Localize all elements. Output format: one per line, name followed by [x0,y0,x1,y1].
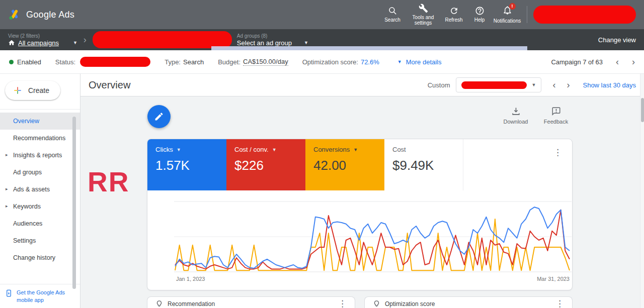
wrench-icon [419,4,428,13]
metric-card-conversions[interactable]: Conversions▼ 42.00 [305,139,384,190]
sidebar-item-overview[interactable]: Overview [0,113,80,130]
sidebar-item-change-history[interactable]: Change history [0,249,80,266]
type-field: Type: Search [165,58,204,66]
mobile-phone-icon [5,289,13,297]
redaction-campaign-name[interactable] [93,31,232,48]
search-icon [388,6,397,16]
download-button[interactable]: Download [501,107,531,125]
sidebar-item-settings[interactable]: Settings [0,232,80,249]
metric-value: $9.49K [392,158,455,173]
chevron-down-icon: ▼ [397,59,402,64]
metric-label: Clicks [155,146,173,153]
metric-card-cost-per-conv[interactable]: Cost / conv.▼ $226 [226,139,305,190]
metric-label: Conversions [313,146,350,153]
google-ads-logo-icon [8,8,21,21]
metric-card-clicks[interactable]: Clicks▼ 1.57K [147,139,226,190]
sidebar-item-label: Audiences [13,220,42,227]
chevron-down-icon: ▼ [73,40,77,45]
top-app-bar: Google Ads Search Tools and settings Ref… [0,0,644,29]
more-details-button[interactable]: ▼ More details [397,58,442,66]
metric-cards-row: Clicks▼ 1.57K Cost / conv.▼ $226 Convers… [147,139,572,190]
budget-value[interactable]: CA$150.00/day [243,58,288,66]
sidebar-item-recommendations[interactable]: Recommendations [0,130,80,147]
view-filters-label: View (2 filters) [8,33,77,39]
redaction-shadow-strip [211,46,527,50]
metric-label: Cost / conv. [234,146,269,153]
sidebar-item-label: Insights & reports [13,152,62,159]
optimization-score-field: Optimization score: 72.6% [302,58,379,66]
expand-arrow-icon: ▸ [6,186,8,191]
refresh-button[interactable]: Refresh [439,6,468,23]
card-overflow-menu-button[interactable]: ⋮ [553,148,562,157]
sidebar-scrollbar[interactable] [72,117,76,289]
feedback-button[interactable]: Feedback [541,107,571,125]
home-icon [8,39,15,46]
x-axis-end-label: Mar 31, 2023 [537,276,570,282]
page-scrollbar-thumb[interactable] [641,98,644,122]
status-label: Status: [55,58,75,66]
metric-value: 42.00 [313,158,376,173]
trend-line-chart: Jan 1, 2023 Mar 31, 2023 [174,197,572,284]
expand-arrow-icon: ▸ [6,203,8,209]
card-overflow-menu-button[interactable]: ⋮ [555,299,564,308]
optimization-score-value: 72.6% [361,58,379,66]
status-field: Status: [55,57,150,67]
show-last-30-days-link[interactable]: Show last 30 days [583,81,636,89]
create-button[interactable]: Create [5,81,60,100]
change-view-button[interactable]: Change view [598,36,636,44]
search-button[interactable]: Search [378,6,407,23]
previous-date-range-button[interactable]: ‹ [552,80,555,89]
sidebar-item-label: Change history [13,254,55,261]
card-overflow-menu-button[interactable]: ⋮ [338,299,347,308]
metric-value: 1.57K [155,158,218,173]
recommendation-card: Recommendation ⋮ [147,296,355,308]
budget-label: Budget: [218,58,240,66]
notifications-button[interactable]: ! Notifications [491,6,524,24]
optimization-score-card: Optimization score ⋮ [364,296,573,308]
notification-badge: ! [509,3,516,10]
feedback-label: Feedback [544,119,568,125]
optimization-score-label: Optimization score: [302,58,358,66]
metric-card-cost[interactable]: Cost $9.49K [384,139,463,190]
campaign-pagination-label: Campaign 7 of 63 [551,58,603,66]
sidebar-item-insights-reports[interactable]: ▸Insights & reports [0,147,80,164]
create-label: Create [28,86,49,94]
campaign-status-bar: Enabled Status: Type: Search Budget: CA$… [0,50,644,74]
metric-value: $226 [234,158,297,173]
sidebar-item-audiences[interactable]: Audiences [0,215,80,232]
edit-fab-button[interactable] [147,105,171,128]
overview-header: Overview Custom ▼ ‹ › Show last 30 days [80,74,644,96]
expand-arrow-icon: ▸ [6,152,8,157]
sidebar-item-ads-assets[interactable]: ▸Ads & assets [0,181,80,198]
campaign-nav-bar: View (2 filters) All campaigns ▼ › Ad gr… [0,29,644,50]
enabled-label: Enabled [17,58,41,66]
sidebar-item-keywords[interactable]: ▸Keywords [0,198,80,215]
date-range-dropdown[interactable]: ▼ [456,77,541,92]
ad-group-selector[interactable]: Ad groups (8) Select an ad group ▼ [237,33,308,47]
tools-and-settings-button[interactable]: Tools and settings [407,4,439,26]
chevron-down-icon: ▼ [304,40,308,45]
sidebar-item-ad-groups[interactable]: Ad groups [0,164,80,181]
metric-label: Cost [392,146,406,153]
help-button[interactable]: Help [468,6,491,23]
sidebar-item-label: Settings [13,237,36,244]
chevron-down-icon: ▼ [353,147,358,152]
sidebar-item-label: Ads & assets [13,186,50,193]
feedback-icon [551,107,561,116]
watermark-text: RR [88,166,129,198]
next-campaign-button[interactable]: › [632,57,635,66]
chevron-down-icon: ▼ [532,82,536,87]
page-scrollbar[interactable] [640,74,644,308]
topbar-divider [527,6,527,23]
custom-range-label: Custom [428,81,450,89]
all-campaigns-label: All campaigns [18,39,59,47]
redaction-status-value [80,57,150,67]
lightbulb-icon [373,300,380,307]
campaign-scope-selector[interactable]: View (2 filters) All campaigns ▼ [8,33,77,47]
enabled-dot-icon [9,60,14,64]
next-date-range-button[interactable]: › [567,80,570,89]
redaction-account-chip[interactable] [533,6,636,24]
mobile-app-promo-link[interactable]: Get the Google Ads mobile app [0,284,80,308]
previous-campaign-button[interactable]: ‹ [616,57,619,66]
select-ad-group-label: Select an ad group [237,39,292,47]
